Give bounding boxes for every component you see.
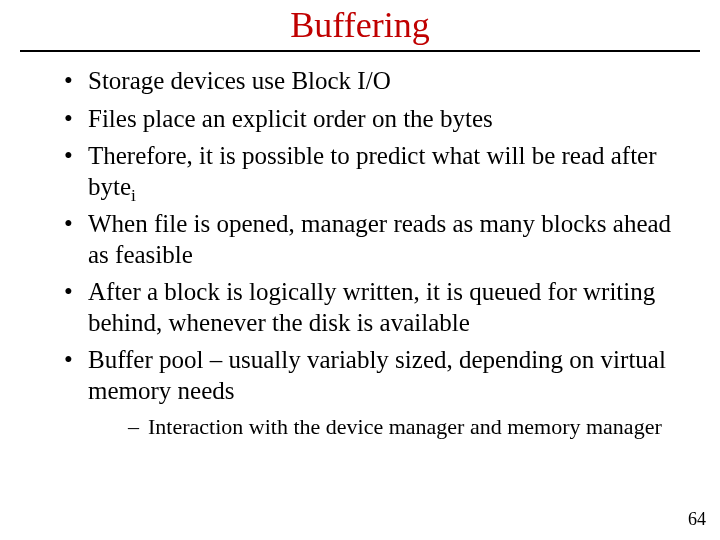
sub-bullet-text: Interaction with the device manager and … — [148, 414, 662, 439]
sub-list: Interaction with the device manager and … — [88, 414, 686, 441]
subscript: i — [131, 185, 136, 205]
list-item: Therefore, it is possible to predict wha… — [68, 141, 686, 202]
list-item: When file is opened, manager reads as ma… — [68, 209, 686, 270]
bullet-text: Buffer pool – usually variably sized, de… — [88, 346, 666, 404]
page-number: 64 — [688, 509, 706, 530]
list-item: Files place an explicit order on the byt… — [68, 104, 686, 135]
bullet-list: Storage devices use Block I/O Files plac… — [0, 66, 720, 441]
slide: Buffering Storage devices use Block I/O … — [0, 0, 720, 540]
list-item: After a block is logically written, it i… — [68, 277, 686, 338]
bullet-text: Therefore, it is possible to predict wha… — [88, 142, 657, 200]
list-item: Buffer pool – usually variably sized, de… — [68, 345, 686, 441]
bullet-text: When file is opened, manager reads as ma… — [88, 210, 671, 268]
slide-title: Buffering — [0, 0, 720, 46]
list-item: Interaction with the device manager and … — [130, 414, 686, 441]
bullet-text: Storage devices use Block I/O — [88, 67, 391, 94]
bullet-text: Files place an explicit order on the byt… — [88, 105, 493, 132]
bullet-text: After a block is logically written, it i… — [88, 278, 655, 336]
title-divider — [20, 50, 700, 52]
list-item: Storage devices use Block I/O — [68, 66, 686, 97]
